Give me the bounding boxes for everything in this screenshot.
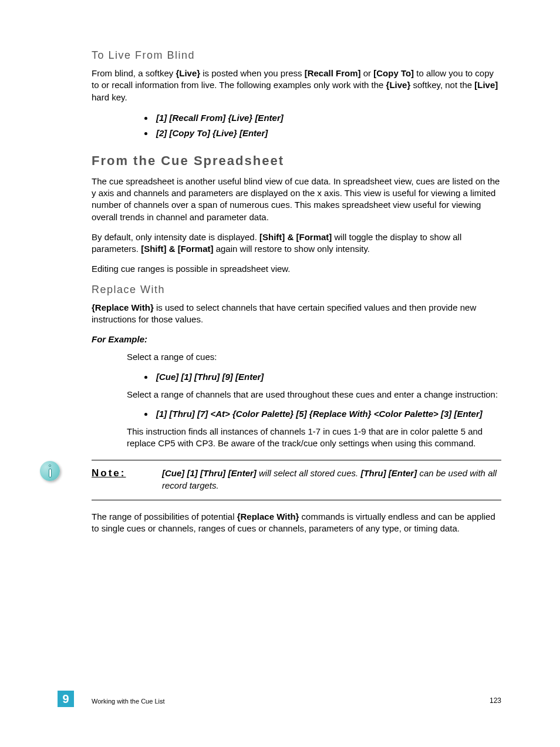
paragraph: This instruction finds all instances of …	[127, 426, 501, 450]
note-box: Note: [Cue] [1] [Thru] [Enter] will sele…	[92, 460, 501, 500]
paragraph: Select a range of cues:	[127, 351, 501, 363]
command-list: [Cue] [1] [Thru] [9] [Enter]	[154, 371, 501, 383]
paragraph: The range of possibilities of potential …	[92, 511, 501, 535]
page-content: To Live From Blind From blind, a softkey…	[0, 0, 560, 578]
note-label: Note:	[92, 467, 162, 492]
paragraph: Select a range of channels that are used…	[127, 389, 501, 401]
command-item: [1] [Recall From] {Live} [Enter]	[154, 112, 501, 125]
command-list: [1] [Thru] [7] <At> {Color Palette} [5] …	[154, 408, 501, 420]
command-item: [1] [Thru] [7] <At> {Color Palette} [5] …	[154, 408, 501, 420]
example-block: Select a range of cues: [Cue] [1] [Thru]…	[127, 351, 501, 449]
heading-from-cue-spreadsheet: From the Cue Spreadsheet	[92, 153, 501, 169]
info-icon	[40, 461, 61, 482]
note-text: [Cue] [1] [Thru] [Enter] will select all…	[162, 467, 501, 492]
paragraph: The cue spreadsheet is another useful bl…	[92, 176, 501, 223]
page-footer: 9 Working with the Cue List 123	[0, 689, 560, 705]
paragraph: {Replace With} is used to select channel…	[92, 302, 501, 326]
command-list: [1] [Recall From] {Live} [Enter] [2] [Co…	[154, 112, 501, 140]
paragraph: From blind, a softkey {Live} is posted w…	[92, 68, 501, 103]
heading-replace-with: Replace With	[92, 284, 501, 296]
page-number: 123	[490, 696, 501, 705]
chapter-badge: 9	[58, 691, 74, 707]
divider	[92, 500, 501, 500]
footer-section-title: Working with the Cue List	[92, 698, 165, 705]
paragraph: By default, only intensity date is displ…	[92, 231, 501, 255]
command-item: [Cue] [1] [Thru] [9] [Enter]	[154, 371, 501, 383]
paragraph: Editing cue ranges is possible in spread…	[92, 263, 501, 275]
heading-to-live-from-blind: To Live From Blind	[92, 49, 501, 62]
command-item: [2] [Copy To] {Live} [Enter]	[154, 127, 501, 140]
example-label: For Example:	[92, 334, 501, 345]
divider	[92, 460, 501, 460]
